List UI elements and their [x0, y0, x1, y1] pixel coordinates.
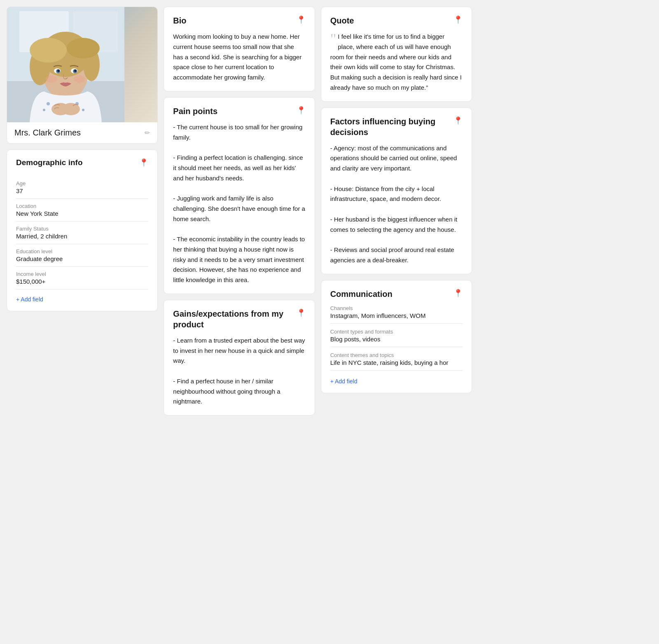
comm-field-content-types: Content types and formats Blog posts, vi… [330, 329, 463, 347]
quote-card: Quote 📍 " I feel like it's time for us t… [321, 7, 472, 102]
channels-label: Channels [330, 305, 463, 311]
profile-card: Mrs. Clark Grimes ✏ [7, 7, 158, 144]
edit-icon[interactable]: ✏ [145, 129, 150, 137]
pin-icon-bio: 📍 [297, 15, 306, 24]
svg-point-16 [57, 70, 60, 72]
themes-label: Content themes and topics [330, 352, 463, 358]
svg-point-10 [30, 38, 67, 63]
gains-body: - Learn from a trusted expert about the … [173, 336, 305, 407]
field-education: Education level Graduate degree [16, 248, 148, 267]
add-field-button-demographic[interactable]: + Add field [16, 296, 43, 303]
field-family-status: Family Status Married, 2 children [16, 226, 148, 244]
gains-card: Gains/expectations from my product 📍 - L… [164, 300, 315, 415]
pain-points-title: Pain points [173, 106, 217, 117]
bio-title: Bio [173, 15, 186, 26]
demographic-card: Demographic info 📍 Age 37 Location New Y… [7, 149, 158, 311]
add-field-button-communication[interactable]: + Add field [330, 378, 358, 385]
education-label: Education level [16, 248, 148, 254]
comm-field-themes: Content themes and topics Life in NYC st… [330, 352, 463, 371]
pin-icon-factors: 📍 [453, 116, 463, 125]
pain-points-card: Pain points 📍 - The current house is too… [164, 97, 315, 294]
svg-point-17 [74, 70, 77, 72]
add-field-comm-label: + Add field [330, 378, 358, 385]
pin-icon-gains: 📍 [297, 308, 306, 317]
channels-value: Instagram, Mom influencers, WOM [330, 312, 463, 324]
add-field-label: + Add field [16, 296, 43, 303]
bio-body: Working mom looking to buy a new home. H… [173, 32, 305, 83]
location-label: Location [16, 203, 148, 209]
pin-icon-quote: 📍 [453, 15, 463, 24]
svg-point-21 [43, 109, 45, 111]
svg-point-18 [46, 75, 57, 83]
quote-text: I feel like it's time for us to find a b… [330, 33, 462, 91]
age-label: Age [16, 180, 148, 187]
age-value: 37 [16, 187, 148, 199]
quote-title: Quote [330, 15, 354, 26]
themes-value: Life in NYC state, raising kids, buying … [330, 359, 463, 371]
field-income: Income level $150,000+ [16, 271, 148, 289]
factors-title: Factors influencing buying decisions [330, 116, 450, 138]
education-value: Graduate degree [16, 255, 148, 267]
communication-card: Communication 📍 Channels Instagram, Mom … [321, 280, 472, 393]
pain-points-body: - The current house is too small for her… [173, 122, 305, 285]
profile-image [7, 7, 157, 122]
profile-name: Mrs. Clark Grimes [14, 128, 81, 138]
pin-icon-demographic: 📍 [139, 158, 148, 167]
gains-title: Gains/expectations from my product [173, 308, 293, 330]
location-value: New York State [16, 210, 148, 222]
svg-point-11 [67, 38, 100, 58]
income-value: $150,000+ [16, 278, 148, 289]
quote-mark: " [330, 33, 337, 45]
demographic-title: Demographic info [16, 158, 83, 167]
family-status-value: Married, 2 children [16, 233, 148, 244]
quote-body: " I feel like it's time for us to find a… [330, 32, 463, 93]
svg-point-19 [74, 75, 85, 83]
content-types-label: Content types and formats [330, 329, 463, 335]
pin-icon-pain: 📍 [297, 106, 306, 115]
field-location: Location New York State [16, 203, 148, 222]
svg-point-24 [82, 109, 84, 111]
comm-field-channels: Channels Instagram, Mom influencers, WOM [330, 305, 463, 324]
pin-icon-communication: 📍 [453, 289, 463, 298]
factors-body: - Agency: most of the communications and… [330, 143, 463, 266]
svg-point-20 [47, 102, 50, 105]
field-age: Age 37 [16, 180, 148, 199]
bio-card: Bio 📍 Working mom looking to buy a new h… [164, 7, 315, 91]
factors-card: Factors influencing buying decisions 📍 -… [321, 107, 472, 274]
communication-title: Communication [330, 289, 393, 299]
family-status-label: Family Status [16, 226, 148, 232]
content-types-value: Blog posts, videos [330, 336, 463, 347]
income-label: Income level [16, 271, 148, 277]
